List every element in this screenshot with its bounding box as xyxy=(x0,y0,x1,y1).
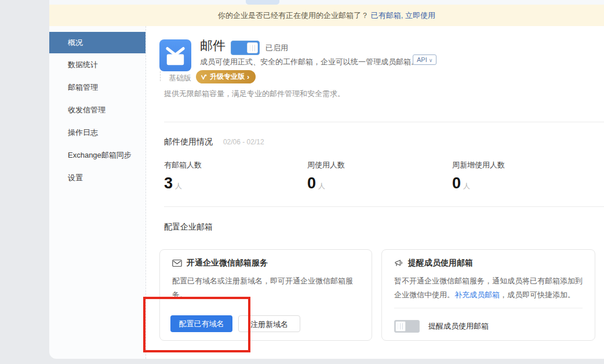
sidebar-item-operation-log[interactable]: 操作日志 xyxy=(49,121,145,144)
banner: 你的企业是否已经有正在使用的企业邮箱了？ 已有邮箱, 立即使用 xyxy=(49,5,604,26)
card-enable-mail-service: 开通企业微信邮箱服务 配置已有域名或注册新域名，即可开通企业微信邮箱服务。 配置… xyxy=(159,249,372,341)
sidebar-item-send-receive-management[interactable]: 收发信管理 xyxy=(49,99,145,121)
remind-toggle-label: 提醒成员使用邮箱 xyxy=(428,321,489,332)
sidebar-item-exchange-sync[interactable]: Exchange邮箱同步 xyxy=(49,144,145,166)
supplement-mailbox-link[interactable]: 补充成员邮箱 xyxy=(454,290,500,299)
page-title: 邮件 xyxy=(200,37,225,54)
card-description: 配置已有域名或注册新域名，即可开通企业微信邮箱服务。 xyxy=(172,274,362,302)
stat-label: 有邮箱人数 xyxy=(164,160,202,170)
upgrade-label: 升级专业版 xyxy=(210,70,245,83)
divider xyxy=(164,206,604,207)
card-divider xyxy=(394,308,583,308)
config-section-title: 配置企业邮箱 xyxy=(164,222,213,232)
card-remind-members: 提醒成员使用邮箱 暂不开通企业微信邮箱服务，通知成员将已有邮箱添加到企业微信中使… xyxy=(381,249,595,341)
chevron-down-icon: ∨ xyxy=(429,57,433,63)
sidebar-item-settings[interactable]: 设置 xyxy=(49,166,145,189)
divider xyxy=(164,122,604,122)
card-title-row: 开通企业微信邮箱服务 xyxy=(172,258,268,268)
toggle-knob xyxy=(395,321,406,332)
icon-connector-line xyxy=(160,71,161,81)
mail-enabled-toggle[interactable] xyxy=(231,41,260,55)
api-badge[interactable]: API∨ xyxy=(413,54,436,65)
stat-label: 周使用人数 xyxy=(307,160,345,170)
usage-section-title: 邮件使用情况 02/06 - 02/12 xyxy=(164,137,264,147)
remind-members-toggle[interactable] xyxy=(394,320,420,333)
configure-existing-domain-button[interactable]: 配置已有域名 xyxy=(170,315,232,332)
banner-link[interactable]: 已有邮箱, 立即使用 xyxy=(371,11,435,20)
sidebar-item-data-stats[interactable]: 数据统计 xyxy=(49,53,145,76)
stat-value: 0 xyxy=(452,174,461,192)
card-title-row: 提醒成员使用邮箱 xyxy=(394,258,473,268)
main-content: 邮件 已启用 成员可使用正式、安全的工作邮箱，企业可以统一管理成员邮箱。 API… xyxy=(146,26,604,359)
stat-label: 周新增使用人数 xyxy=(452,160,505,170)
api-badge-label: API xyxy=(417,56,427,63)
enabled-status-label: 已启用 xyxy=(265,43,288,53)
sidebar-item-overview[interactable]: 概况 xyxy=(49,32,145,53)
mail-admin-page: 你的企业是否已经有正在使用的企业邮箱了？ 已有邮箱, 立即使用 概况 数据统计 … xyxy=(0,0,604,364)
stat-unit: 人 xyxy=(463,182,470,190)
sidebar-item-mailbox-management[interactable]: 邮箱管理 xyxy=(49,76,145,99)
remind-toggle-row: 提醒成员使用邮箱 xyxy=(394,320,489,333)
upgrade-pro-badge[interactable]: 升级专业版 › xyxy=(196,70,256,83)
top-strip xyxy=(49,0,604,5)
card-title: 开通企业微信邮箱服务 xyxy=(187,258,268,268)
sidebar: 概况 数据统计 邮箱管理 收发信管理 操作日志 Exchange邮箱同步 设置 xyxy=(49,26,146,359)
stat-weekly-users: 周使用人数 0人 xyxy=(307,160,345,192)
register-new-domain-button[interactable]: 注册新域名 xyxy=(238,315,300,332)
stat-mailbox-users: 有邮箱人数 3人 xyxy=(164,160,202,192)
banner-question: 你的企业是否已经有正在使用的企业邮箱了？ xyxy=(218,11,369,20)
mail-app-icon xyxy=(159,39,191,71)
intro-text: 提供无限邮箱容量，满足专业的邮件管理和安全需求。 xyxy=(164,88,348,100)
plan-badge: 基础版 xyxy=(169,73,191,83)
card-description: 暂不开通企业微信邮箱服务，通知成员将已有邮箱添加到企业微信中使用。补充成员邮箱，… xyxy=(394,274,584,302)
stat-unit: 人 xyxy=(175,182,182,190)
envelope-icon xyxy=(159,39,191,71)
stat-value: 0 xyxy=(307,174,316,192)
envelope-outline-icon xyxy=(172,259,182,267)
stat-unit: 人 xyxy=(318,182,325,190)
usage-date-range: 02/06 - 02/12 xyxy=(223,138,264,146)
card-title: 提醒成员使用邮箱 xyxy=(408,258,473,268)
toggle-knob xyxy=(247,42,258,53)
upgrade-icon xyxy=(201,74,208,81)
usage-title-text: 邮件使用情况 xyxy=(164,137,213,146)
stat-value: 3 xyxy=(164,174,173,192)
megaphone-icon xyxy=(394,259,403,268)
app-description: 成员可使用正式、安全的工作邮箱，企业可以统一管理成员邮箱。 xyxy=(200,57,419,67)
stat-weekly-new-users: 周新增使用人数 0人 xyxy=(452,160,505,192)
chevron-right-icon: › xyxy=(247,70,249,83)
remind-desc-part2: ，成员即可快捷添加。 xyxy=(500,290,575,299)
top-tab xyxy=(246,0,279,5)
